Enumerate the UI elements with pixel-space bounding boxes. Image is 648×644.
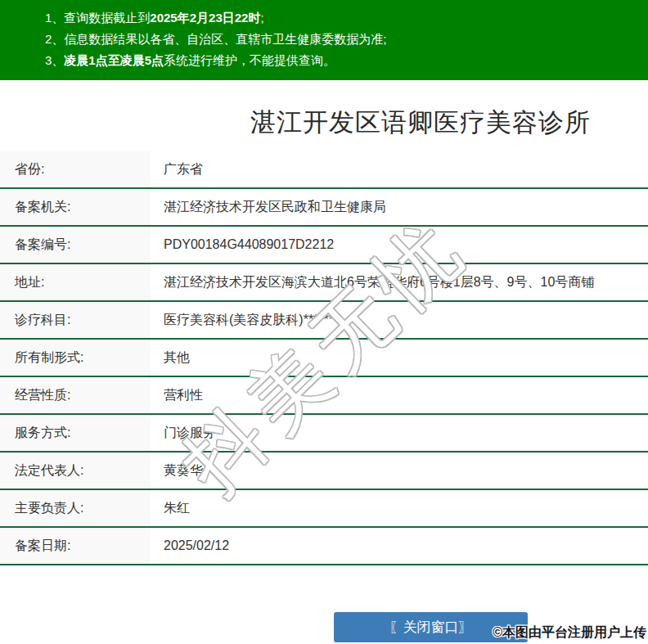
notice-3-post: 系统进行维护，不能提供查询。 bbox=[164, 53, 335, 67]
table-row-address: 地址: 湛江经济技术开发区海滨大道北6号荣盛华府6号楼1层8号、9号、10号商铺 bbox=[0, 264, 648, 302]
notice-1-bold: 2025年2月23日22时 bbox=[150, 11, 260, 25]
row-label: 服务方式: bbox=[0, 415, 151, 451]
row-label: 备案日期: bbox=[0, 528, 151, 564]
row-label: 省份: bbox=[0, 151, 151, 187]
row-value: 湛江经济技术开发区民政和卫生健康局 bbox=[151, 189, 386, 225]
row-value: 朱红 bbox=[151, 490, 190, 526]
platform-upload-credit: ©本图由平台注册用户上传 bbox=[493, 624, 646, 642]
table-row-province: 省份: 广东省 bbox=[0, 151, 648, 189]
table-row-legal-representative: 法定代表人: 黄葵华 bbox=[0, 453, 648, 490]
row-value: 门诊服务 bbox=[151, 415, 216, 451]
notice-3-text: 3、 bbox=[45, 53, 64, 67]
notice-1-text: 1、查询数据截止到 bbox=[45, 11, 150, 25]
records-table: 省份: 广东省 备案机关: 湛江经济技术开发区民政和卫生健康局 备案编号: PD… bbox=[0, 151, 648, 565]
table-row-business-nature: 经营性质: 营利性 bbox=[0, 377, 648, 415]
row-label: 备案机关: bbox=[0, 189, 151, 225]
row-value: 广东省 bbox=[151, 151, 203, 187]
row-label: 诊疗科目: bbox=[0, 302, 151, 338]
row-value: 湛江经济技术开发区海滨大道北6号荣盛华府6号楼1层8号、9号、10号商铺 bbox=[151, 264, 594, 300]
table-row-treatment-subjects: 诊疗科目: 医疗美容科(美容皮肤科)****** bbox=[0, 302, 648, 340]
table-row-ownership-form: 所有制形式: 其他 bbox=[0, 340, 648, 377]
row-value: 黄葵华 bbox=[151, 453, 203, 489]
row-value: 其他 bbox=[151, 340, 190, 376]
table-row-service-mode: 服务方式: 门诊服务 bbox=[0, 415, 648, 453]
notice-3-bold: 凌晨1点至凌晨5点 bbox=[64, 53, 164, 67]
notice-line-1: 1、查询数据截止到2025年2月23日22时; bbox=[45, 7, 648, 29]
notice-line-3: 3、凌晨1点至凌晨5点系统进行维护，不能提供查询。 bbox=[45, 50, 648, 71]
row-label: 地址: bbox=[0, 264, 151, 300]
table-row-filing-date: 备案日期: 2025/02/12 bbox=[0, 528, 648, 565]
row-label: 经营性质: bbox=[0, 377, 151, 413]
row-label: 主要负责人: bbox=[0, 490, 151, 526]
row-value: 2025/02/12 bbox=[151, 528, 229, 564]
page-title: 湛江开发区语卿医疗美容诊所 bbox=[250, 106, 591, 140]
row-label: 法定代表人: bbox=[0, 453, 151, 489]
table-row-principal-person: 主要负责人: 朱红 bbox=[0, 490, 648, 528]
notice-2-text: 2、信息数据结果以各省、自治区、直辖市卫生健康委数据为准; bbox=[45, 32, 387, 46]
row-label: 所有制形式: bbox=[0, 340, 151, 376]
row-value: PDY00184G44089017D2212 bbox=[151, 227, 334, 263]
row-value: 营利性 bbox=[151, 377, 203, 413]
table-row-filing-authority: 备案机关: 湛江经济技术开发区民政和卫生健康局 bbox=[0, 189, 648, 227]
row-label: 备案编号: bbox=[0, 227, 151, 263]
notice-bar: 1、查询数据截止到2025年2月23日22时; 2、信息数据结果以各省、自治区、… bbox=[0, 0, 648, 80]
table-row-filing-number: 备案编号: PDY00184G44089017D2212 bbox=[0, 227, 648, 264]
notice-line-2: 2、信息数据结果以各省、自治区、直辖市卫生健康委数据为准; bbox=[45, 29, 648, 50]
row-value: 医疗美容科(美容皮肤科)****** bbox=[151, 302, 334, 338]
notice-1-post: ; bbox=[260, 11, 263, 25]
